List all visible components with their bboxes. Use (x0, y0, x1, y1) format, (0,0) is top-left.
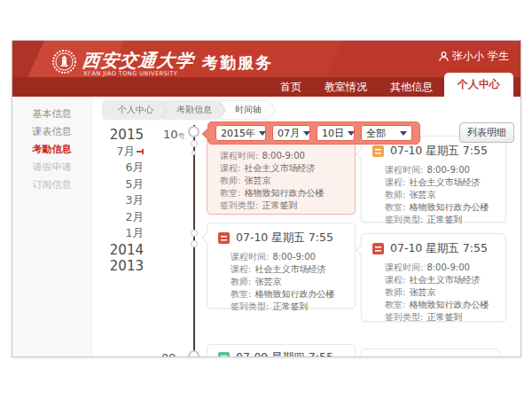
timeline-scale: 2015 7月 6月 5月 3月 2月 1月 2014 2013 (101, 127, 144, 275)
card-title: 07-10 星期五 7:55 (390, 241, 488, 256)
month-select[interactable]: 07月 (272, 125, 310, 141)
card-field-value: 8:00-9:00 (262, 151, 305, 160)
card-field-value: 张芸京 (409, 190, 435, 200)
card-field-label: 教师: (231, 277, 251, 286)
breadcrumb: 个人中心 考勤信息 时间轴 (103, 101, 275, 119)
card-field-value: 8:00-9:00 (426, 262, 470, 272)
main-nav: 首页 教室情况 其他信息 个人中心 (269, 73, 513, 97)
nav-item-home[interactable]: 首页 (269, 77, 313, 97)
breadcrumb-timeline[interactable]: 时间轴 (220, 101, 275, 119)
attendance-card-partial (361, 348, 500, 357)
card-field-value: 正常签到 (272, 301, 308, 311)
timeline-node (191, 240, 198, 247)
user-role: 学生 (488, 49, 509, 64)
timeline-month-2[interactable]: 2月 (101, 209, 144, 226)
card-field-value: 社会主义市场经济 (254, 264, 325, 274)
day-select[interactable]: 10日 (317, 125, 355, 141)
card-field-value: 8:00-9:00 (426, 165, 470, 175)
sidebar-item-attendance-info[interactable]: 考勤信息 (12, 141, 91, 159)
sidebar-item-timetable-info[interactable]: 课表信息 (12, 123, 91, 141)
user-name: 张小小 (452, 49, 484, 64)
card-field-label: 签到类型: (385, 215, 423, 224)
timeline-month-5[interactable]: 5月 (101, 176, 144, 193)
app-header: 西安交通大学 XI'AN JIAO TONG UNIVERSITY 考勤服务 张… (12, 41, 520, 97)
nav-item-personal-center[interactable]: 个人中心 (444, 73, 513, 97)
attendance-card: 07-10 星期五 7:55 课程时间:8:00-9:00 课程:社会主义市场经… (361, 233, 506, 322)
timeline-month-6[interactable]: 6月 (101, 160, 144, 176)
timeline-year-2015[interactable]: 2015 (101, 127, 144, 144)
chevron-down-icon (400, 131, 407, 136)
timeline-month-1[interactable]: 1月 (101, 225, 144, 242)
page-background: 西安交通大学 XI'AN JIAO TONG UNIVERSITY 考勤服务 张… (0, 0, 532, 399)
timeline-node (188, 350, 200, 357)
university-name-en: XI'AN JIAO TONG UNIVERSITY (83, 70, 177, 77)
card-field-value: 社会主义市场经济 (409, 177, 480, 187)
card-field-label: 教师: (220, 176, 240, 185)
timeline-node (188, 126, 200, 137)
year-select[interactable]: 2015年 (215, 125, 266, 141)
card-field-value: 8:00-9:00 (272, 252, 316, 262)
red-status-icon (218, 232, 230, 244)
attendance-card: 07-10 星期五 7:55 课程时间:8:00-9:00 课程:社会主义市场经… (361, 136, 506, 223)
breadcrumb-personal-center[interactable]: 个人中心 (103, 101, 167, 119)
person-icon (439, 51, 449, 62)
chevron-down-icon (348, 131, 355, 136)
card-field-value: 张芸京 (244, 176, 270, 185)
card-field-value: 正常签到 (262, 200, 297, 210)
card-field-value: 格物致知行政办公楼 (409, 300, 489, 309)
card-field-label: 课程: (231, 264, 251, 274)
card-field-label: 课程: (385, 177, 405, 187)
card-field-value: 格物致知行政办公楼 (254, 289, 334, 299)
timeline-year-2014[interactable]: 2014 (101, 242, 144, 259)
card-title: 07-10 星期五 7:55 (390, 144, 488, 159)
card-field-value: 正常签到 (426, 312, 462, 322)
attendance-card-partial: 07-09 星期四 7:55 (207, 344, 356, 357)
card-title: 07-09 星期四 7:55 (236, 350, 333, 357)
day-marker-09[interactable]: 09号 (161, 351, 184, 357)
card-field-value: 格物致知行政办公楼 (409, 202, 489, 212)
card-field-label: 课程时间: (385, 262, 423, 272)
timeline-month-3[interactable]: 3月 (101, 192, 144, 209)
timeline-year-2013[interactable]: 2013 (101, 258, 144, 275)
timeline-node (192, 151, 196, 155)
nav-item-classrooms[interactable]: 教室情况 (313, 77, 379, 97)
day-marker-10[interactable]: 10号 (163, 128, 185, 141)
chevron-down-icon (303, 131, 310, 136)
card-title: 07-10 星期五 7:55 (236, 231, 333, 246)
green-status-icon (218, 352, 230, 357)
card-field-label: 教室: (385, 202, 405, 212)
card-field-value: 社会主义市场经济 (244, 163, 315, 173)
sidebar-item-basic-info[interactable]: 基本信息 (12, 106, 91, 123)
timeline-node (191, 230, 198, 237)
timeline-node (191, 140, 198, 147)
card-field-label: 课程: (220, 163, 240, 173)
filter-bar: 2015年 07月 10日 全部 (207, 121, 420, 145)
card-field-label: 课程: (385, 275, 405, 285)
card-field-value: 格物致知行政办公楼 (244, 188, 324, 198)
breadcrumb-attendance-info[interactable]: 考勤信息 (161, 101, 225, 119)
service-title: 考勤服务 (202, 52, 273, 74)
timeline-month-7[interactable]: 7月 (101, 144, 144, 160)
chevron-down-icon (259, 131, 266, 136)
card-field-label: 教室: (220, 188, 240, 198)
university-emblem-icon (51, 49, 77, 74)
nav-item-other-info[interactable]: 其他信息 (379, 77, 444, 97)
type-select[interactable]: 全部 (361, 125, 412, 141)
list-detail-button[interactable]: 列表明细 (459, 122, 514, 143)
card-field-value: 社会主义市场经济 (409, 275, 480, 285)
sidebar-item-subscription-info[interactable]: 订阅信息 (12, 176, 91, 194)
card-field-label: 签到类型: (231, 301, 269, 311)
attendance-card-selected: 课程时间:8:00-9:00 课程:社会主义市场经济 教师:张芸京 教室:格物致… (207, 137, 356, 215)
card-field-value: 张芸京 (254, 277, 281, 286)
card-field-label: 课程时间: (220, 151, 258, 160)
card-field-value: 正常签到 (426, 215, 462, 224)
university-name-cn: 西安交通大学 (82, 49, 196, 73)
red-status-icon (372, 243, 384, 254)
card-field-label: 教师: (385, 287, 405, 297)
user-account[interactable]: 张小小 学生 (439, 49, 509, 64)
card-field-label: 教师: (385, 190, 405, 200)
card-field-label: 签到类型: (220, 200, 258, 210)
card-field-label: 教室: (231, 289, 251, 299)
card-field-value: 张芸京 (409, 287, 435, 297)
sidebar-item-leave-request[interactable]: 请假申请 (12, 159, 91, 176)
